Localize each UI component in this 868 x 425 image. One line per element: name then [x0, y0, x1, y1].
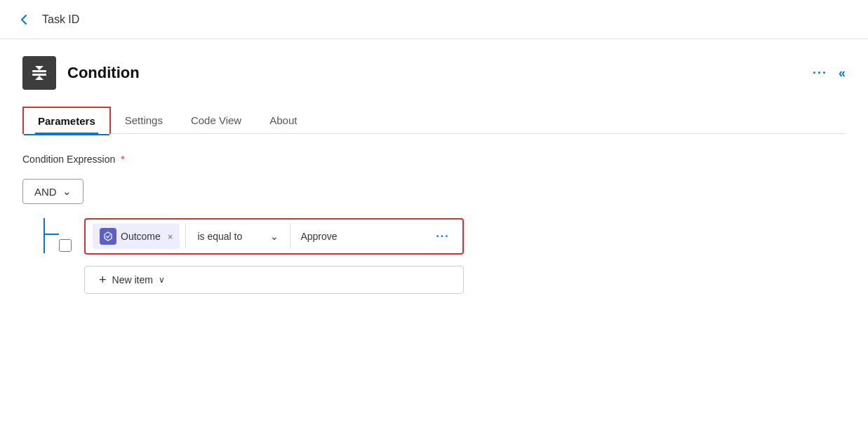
svg-marker-3 — [35, 76, 44, 80]
condition-area: Outcome × is equal to ⌄ ··· — [22, 218, 846, 294]
svg-rect-1 — [32, 74, 46, 76]
component-actions: ··· « — [813, 66, 846, 81]
outcome-token: Outcome × — [93, 224, 180, 249]
vertical-line — [44, 218, 45, 253]
field-separator-2 — [290, 224, 291, 249]
token-label: Outcome — [121, 231, 161, 242]
row-ellipsis-button[interactable]: ··· — [430, 227, 455, 245]
row-checkbox[interactable] — [59, 239, 72, 252]
component-title: Condition — [67, 64, 140, 82]
back-button[interactable] — [17, 13, 31, 27]
main-content: Condition ··· « Parameters Settings Code… — [0, 39, 868, 311]
and-dropdown-button[interactable]: AND ⌄ — [22, 179, 84, 204]
condition-row: Outcome × is equal to ⌄ ··· — [84, 218, 464, 255]
tab-about[interactable]: About — [255, 107, 311, 133]
svg-marker-2 — [35, 66, 44, 70]
required-indicator: * — [121, 154, 124, 165]
tab-settings[interactable]: Settings — [111, 107, 177, 133]
header: Task ID — [0, 0, 868, 39]
tabs-bar: Parameters Settings Code View About — [22, 107, 846, 134]
horizontal-line — [44, 234, 59, 235]
svg-rect-0 — [32, 70, 46, 72]
collapse-button[interactable]: « — [839, 66, 846, 81]
value-input[interactable] — [293, 227, 430, 246]
new-item-button[interactable]: + New item ∨ — [84, 266, 464, 294]
component-left: Condition — [22, 56, 140, 90]
section-label: Condition Expression * — [22, 154, 846, 165]
operator-dropdown-button[interactable]: is equal to ⌄ — [189, 227, 287, 246]
field-separator-1 — [185, 224, 186, 249]
row-checkbox-col — [59, 228, 77, 255]
token-close-button[interactable]: × — [168, 232, 173, 241]
header-title: Task ID — [42, 13, 79, 26]
component-header: Condition ··· « — [22, 56, 846, 90]
condition-icon — [22, 56, 56, 90]
horizontal-line-row — [22, 234, 59, 235]
tab-parameters[interactable]: Parameters — [22, 107, 111, 134]
component-ellipsis-button[interactable]: ··· — [813, 66, 827, 81]
and-dropdown-row: AND ⌄ — [22, 179, 846, 204]
new-item-chevron-icon: ∨ — [159, 275, 165, 285]
tab-underline — [35, 133, 98, 134]
operator-chevron-icon: ⌄ — [270, 231, 279, 242]
condition-row-wrapper: Outcome × is equal to ⌄ ··· — [84, 218, 464, 294]
token-icon — [100, 228, 116, 245]
tab-codeview[interactable]: Code View — [177, 107, 255, 133]
chevron-down-icon: ⌄ — [62, 185, 72, 198]
plus-icon: + — [99, 274, 107, 286]
tree-lines — [22, 218, 59, 235]
